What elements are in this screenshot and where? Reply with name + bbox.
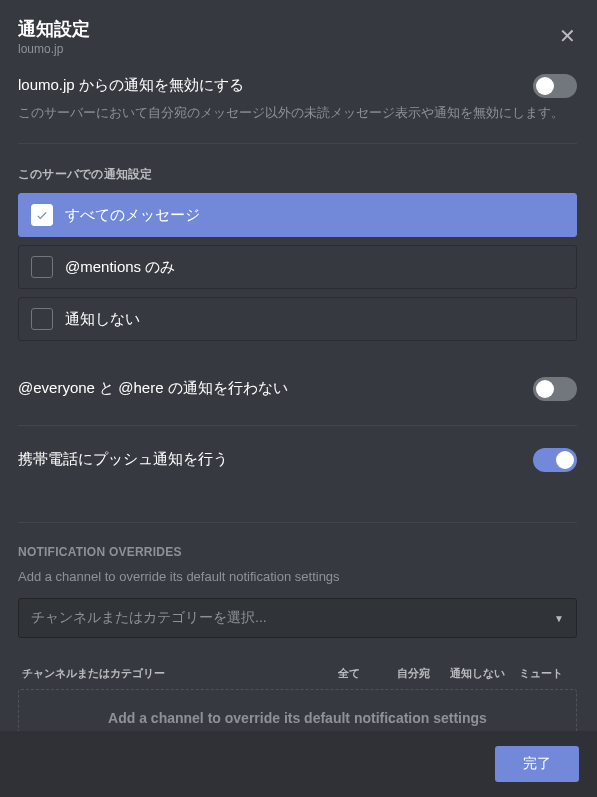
col-channel: チャンネルまたはカテゴリー xyxy=(22,666,317,681)
mobile-push-toggle[interactable] xyxy=(533,448,577,472)
suppress-everyone-row: @everyone と @here の通知を行わない xyxy=(18,377,577,401)
mute-server-desc: このサーバーにおいて自分宛のメッセージ以外の未読メッセージ表示や通知を無効にしま… xyxy=(18,104,577,123)
suppress-everyone-toggle[interactable] xyxy=(533,377,577,401)
select-placeholder: チャンネルまたはカテゴリーを選択... xyxy=(31,609,267,627)
option-label: 通知しない xyxy=(65,310,140,329)
checkbox-icon xyxy=(31,256,53,278)
overrides-help: Add a channel to override its default no… xyxy=(18,569,577,584)
col-self: 自分宛 xyxy=(381,666,445,681)
mute-server-toggle[interactable] xyxy=(533,74,577,98)
divider xyxy=(18,522,577,523)
mobile-push-row: 携帯電話にプッシュ通知を行う xyxy=(18,448,577,472)
close-icon[interactable]: ✕ xyxy=(555,24,579,48)
mute-server-row: loumo.jp からの通知を無効にする xyxy=(18,74,577,98)
option-nothing[interactable]: 通知しない xyxy=(18,297,577,341)
overrides-heading: NOTIFICATION OVERRIDES xyxy=(18,545,577,559)
col-mute: ミュート xyxy=(509,666,573,681)
divider xyxy=(18,143,577,144)
divider xyxy=(18,425,577,426)
checkbox-icon xyxy=(31,204,53,226)
mute-server-label: loumo.jp からの通知を無効にする xyxy=(18,74,244,95)
col-all: 全て xyxy=(317,666,381,681)
option-all-messages[interactable]: すべてのメッセージ xyxy=(18,193,577,237)
mobile-push-label: 携帯電話にプッシュ通知を行う xyxy=(18,448,228,469)
checkbox-icon xyxy=(31,308,53,330)
col-none: 通知しない xyxy=(445,666,509,681)
done-button[interactable]: 完了 xyxy=(495,746,579,782)
channel-select[interactable]: チャンネルまたはカテゴリーを選択... ▼ xyxy=(18,598,577,638)
modal-title: 通知設定 xyxy=(18,18,579,41)
suppress-everyone-label: @everyone と @here の通知を行わない xyxy=(18,377,288,398)
chevron-down-icon: ▼ xyxy=(554,613,564,624)
overrides-table-header: チャンネルまたはカテゴリー 全て 自分宛 通知しない ミュート xyxy=(18,666,577,689)
option-label: @mentions のみ xyxy=(65,258,175,277)
option-label: すべてのメッセージ xyxy=(65,206,200,225)
modal-footer: 完了 xyxy=(0,731,597,797)
modal-header: 通知設定 loumo.jp ✕ xyxy=(18,18,579,56)
server-notif-heading: このサーバでの通知設定 xyxy=(18,166,577,183)
option-mentions-only[interactable]: @mentions のみ xyxy=(18,245,577,289)
modal-subtitle: loumo.jp xyxy=(18,42,579,56)
